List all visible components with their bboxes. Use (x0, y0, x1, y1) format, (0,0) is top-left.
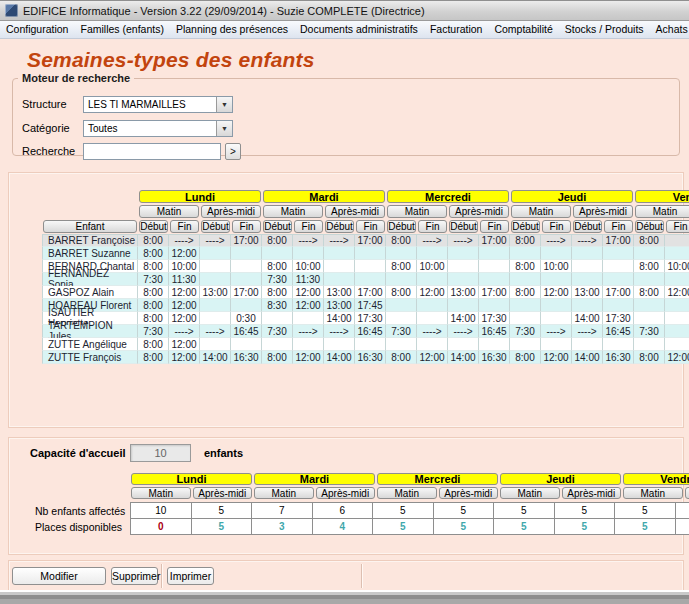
time-cell (603, 247, 634, 260)
time-cell (200, 312, 231, 325)
time-cell (386, 247, 417, 260)
enfant-name-cell[interactable]: BARRET Suzanne (42, 247, 138, 260)
subcol-header-fin[interactable]: Fin (418, 220, 447, 233)
nb-enfants-cell: 6 (312, 502, 374, 519)
time-cell: 10:00 (665, 260, 689, 273)
subcol-header-debut[interactable]: Début (263, 220, 292, 233)
time-cell (355, 260, 386, 273)
time-cell (665, 299, 689, 312)
time-cell (541, 312, 572, 325)
subcol-header-fin[interactable]: Fin (480, 220, 509, 233)
time-cell: 13:00 (448, 286, 479, 299)
time-cell (665, 325, 689, 338)
subcol-header-fin[interactable]: Fin (666, 220, 689, 233)
subcol-header-debut[interactable]: Début (449, 220, 478, 233)
day-header-1[interactable]: Mardi (263, 190, 385, 203)
menu-item-0[interactable]: Configuration (0, 21, 74, 38)
menu-item-3[interactable]: Documents administratifs (294, 21, 424, 38)
subcol-header-fin[interactable]: Fin (232, 220, 261, 233)
time-cell: 17:00 (355, 234, 386, 247)
day-header-2[interactable]: Mercredi (387, 190, 509, 203)
imprimer-button[interactable]: Imprimer (167, 567, 214, 585)
page-title: Semaines-types des enfants (27, 48, 315, 72)
time-cell: ----> (417, 325, 448, 338)
enfant-name-cell[interactable]: FERNANDEZ Sonia (42, 273, 138, 286)
categorie-select[interactable]: Toutes ▼ (83, 120, 233, 137)
search-go-button[interactable]: > (225, 143, 241, 160)
menu-item-6[interactable]: Stocks / Produits (559, 21, 650, 38)
time-cell: 12:00 (665, 351, 689, 364)
nb-enfants-cell (675, 502, 689, 519)
nb-enfants-label: Nb enfants affectés (35, 505, 125, 517)
menu-item-2[interactable]: Planning des présences (170, 21, 294, 38)
enfant-name-cell[interactable]: TARTEMPION Jules (42, 325, 138, 338)
subcol-header-debut[interactable]: Début (573, 220, 602, 233)
subcol-header-debut[interactable]: Début (201, 220, 230, 233)
time-cell: ----> (417, 234, 448, 247)
day-header-4[interactable]: Vendredi (635, 190, 689, 203)
enfant-name-cell[interactable]: BARRET Françoise (42, 234, 138, 247)
period-header-apres-midi-1[interactable]: Après-midi (325, 205, 385, 218)
capacity-period-apres-midi-4: Après-midi (685, 487, 689, 499)
subcol-header-fin[interactable]: Fin (356, 220, 385, 233)
search-panel-legend: Moteur de recherche (18, 72, 134, 84)
menu-item-4[interactable]: Facturation (424, 21, 489, 38)
time-cell (541, 247, 572, 260)
menu-item-7[interactable]: Achats (650, 21, 689, 38)
time-cell: 8:00 (634, 260, 665, 273)
time-cell (200, 338, 231, 351)
subcol-header-debut[interactable]: Début (325, 220, 354, 233)
time-cell: 17:00 (355, 286, 386, 299)
enfant-name-cell[interactable]: GASPOZ Alain (42, 286, 138, 299)
structure-select[interactable]: LES TI MARMAILLES ▼ (83, 96, 233, 113)
capacity-table-header: LundiMardiMercrediJeudiVendrediMatinAprè… (130, 473, 689, 501)
subcol-header-fin[interactable]: Fin (170, 220, 199, 233)
period-header-apres-midi-0[interactable]: Après-midi (201, 205, 261, 218)
subcol-header-debut[interactable]: Début (139, 220, 168, 233)
time-cell: 8:00 (262, 260, 293, 273)
recherche-input[interactable] (83, 143, 221, 160)
window-titlebar[interactable]: EDIFICE Informatique - Version 3.22 (29/… (0, 0, 689, 21)
period-header-matin-1[interactable]: Matin (263, 205, 323, 218)
period-header-apres-midi-3[interactable]: Après-midi (573, 205, 633, 218)
places-disponibles-label: Places disponibles (35, 521, 122, 533)
period-header-matin-4[interactable]: Matin (635, 205, 689, 218)
nb-enfants-cell: 10 (130, 502, 192, 519)
period-header-apres-midi-2[interactable]: Après-midi (449, 205, 509, 218)
chevron-down-icon[interactable]: ▼ (216, 121, 232, 136)
time-cell (572, 260, 603, 273)
menu-item-1[interactable]: Familles (enfants) (74, 21, 169, 38)
time-cell: 17:30 (355, 312, 386, 325)
time-cell: 8:00 (138, 286, 169, 299)
time-cell: 8:00 (138, 312, 169, 325)
time-cell: 12:00 (169, 351, 200, 364)
enfant-name-cell[interactable]: ZUTTE François (42, 351, 138, 364)
subcol-header-debut[interactable]: Début (387, 220, 416, 233)
time-cell: 17:00 (231, 234, 262, 247)
period-header-matin-3[interactable]: Matin (511, 205, 571, 218)
supprimer-button[interactable]: Supprimer (111, 567, 158, 585)
time-cell (417, 273, 448, 286)
time-cell (510, 247, 541, 260)
period-header-matin-0[interactable]: Matin (139, 205, 199, 218)
time-cell: ----> (200, 325, 231, 338)
time-cell (324, 338, 355, 351)
enfant-name-cell[interactable]: ZUTTE Angélique (42, 338, 138, 351)
subcol-header-fin[interactable]: Fin (604, 220, 633, 233)
day-header-3[interactable]: Jeudi (511, 190, 633, 203)
subcol-header-fin[interactable]: Fin (542, 220, 571, 233)
subcol-header-debut[interactable]: Début (511, 220, 540, 233)
period-header-matin-2[interactable]: Matin (387, 205, 447, 218)
chevron-down-icon[interactable]: ▼ (216, 97, 232, 112)
subcol-header-debut[interactable]: Début (635, 220, 664, 233)
capacity-period-matin-4: Matin (623, 487, 683, 499)
enfant-column-header[interactable]: Enfant (43, 220, 137, 233)
menu-item-5[interactable]: Comptabilité (488, 21, 558, 38)
time-cell: 16:45 (355, 325, 386, 338)
day-header-0[interactable]: Lundi (139, 190, 261, 203)
time-cell (603, 260, 634, 273)
subcol-header-fin[interactable]: Fin (294, 220, 323, 233)
window-bottom-border (0, 590, 689, 604)
time-cell: 10:00 (293, 260, 324, 273)
modifier-button[interactable]: Modifier (12, 567, 106, 585)
